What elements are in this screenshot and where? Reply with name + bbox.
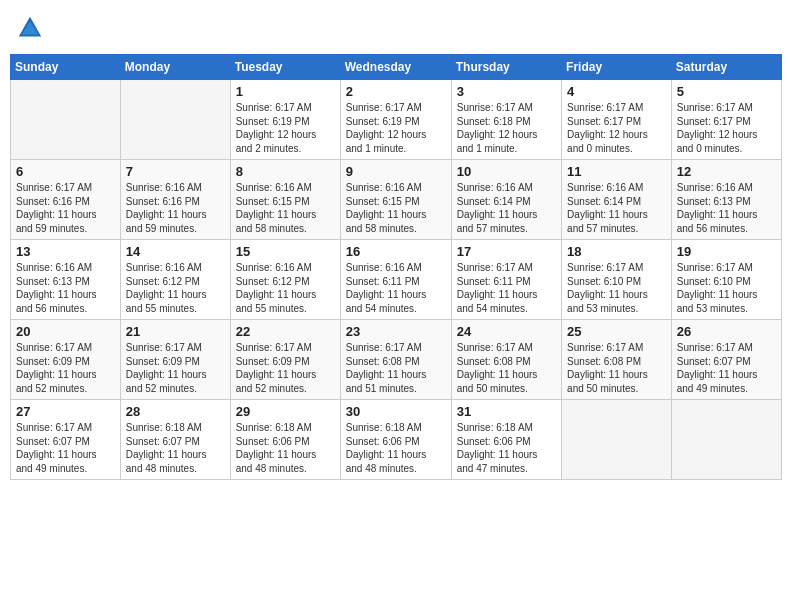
calendar-cell: 22Sunrise: 6:17 AM Sunset: 6:09 PM Dayli… xyxy=(230,320,340,400)
day-info: Sunrise: 6:17 AM Sunset: 6:08 PM Dayligh… xyxy=(567,341,666,395)
day-info: Sunrise: 6:16 AM Sunset: 6:12 PM Dayligh… xyxy=(236,261,335,315)
calendar-cell xyxy=(671,400,781,480)
day-number: 10 xyxy=(457,164,556,179)
day-number: 5 xyxy=(677,84,776,99)
day-info: Sunrise: 6:17 AM Sunset: 6:17 PM Dayligh… xyxy=(677,101,776,155)
day-info: Sunrise: 6:17 AM Sunset: 6:08 PM Dayligh… xyxy=(346,341,446,395)
calendar-cell: 19Sunrise: 6:17 AM Sunset: 6:10 PM Dayli… xyxy=(671,240,781,320)
calendar-cell: 13Sunrise: 6:16 AM Sunset: 6:13 PM Dayli… xyxy=(11,240,121,320)
day-number: 25 xyxy=(567,324,666,339)
day-number: 26 xyxy=(677,324,776,339)
weekday-header-thursday: Thursday xyxy=(451,55,561,80)
weekday-header-monday: Monday xyxy=(120,55,230,80)
day-number: 16 xyxy=(346,244,446,259)
day-number: 30 xyxy=(346,404,446,419)
day-info: Sunrise: 6:17 AM Sunset: 6:19 PM Dayligh… xyxy=(236,101,335,155)
day-info: Sunrise: 6:17 AM Sunset: 6:18 PM Dayligh… xyxy=(457,101,556,155)
calendar-table: SundayMondayTuesdayWednesdayThursdayFrid… xyxy=(10,54,782,480)
day-number: 27 xyxy=(16,404,115,419)
day-info: Sunrise: 6:17 AM Sunset: 6:09 PM Dayligh… xyxy=(16,341,115,395)
day-number: 8 xyxy=(236,164,335,179)
calendar-cell: 10Sunrise: 6:16 AM Sunset: 6:14 PM Dayli… xyxy=(451,160,561,240)
calendar-cell: 31Sunrise: 6:18 AM Sunset: 6:06 PM Dayli… xyxy=(451,400,561,480)
calendar-cell: 8Sunrise: 6:16 AM Sunset: 6:15 PM Daylig… xyxy=(230,160,340,240)
day-number: 15 xyxy=(236,244,335,259)
calendar-cell: 23Sunrise: 6:17 AM Sunset: 6:08 PM Dayli… xyxy=(340,320,451,400)
calendar-cell: 3Sunrise: 6:17 AM Sunset: 6:18 PM Daylig… xyxy=(451,80,561,160)
calendar-cell: 5Sunrise: 6:17 AM Sunset: 6:17 PM Daylig… xyxy=(671,80,781,160)
day-number: 7 xyxy=(126,164,225,179)
calendar-cell: 29Sunrise: 6:18 AM Sunset: 6:06 PM Dayli… xyxy=(230,400,340,480)
day-number: 14 xyxy=(126,244,225,259)
calendar-cell: 6Sunrise: 6:17 AM Sunset: 6:16 PM Daylig… xyxy=(11,160,121,240)
logo xyxy=(16,14,48,42)
calendar-cell: 9Sunrise: 6:16 AM Sunset: 6:15 PM Daylig… xyxy=(340,160,451,240)
day-info: Sunrise: 6:16 AM Sunset: 6:12 PM Dayligh… xyxy=(126,261,225,315)
day-info: Sunrise: 6:16 AM Sunset: 6:14 PM Dayligh… xyxy=(457,181,556,235)
weekday-header-sunday: Sunday xyxy=(11,55,121,80)
day-number: 4 xyxy=(567,84,666,99)
day-info: Sunrise: 6:16 AM Sunset: 6:15 PM Dayligh… xyxy=(346,181,446,235)
calendar-cell: 25Sunrise: 6:17 AM Sunset: 6:08 PM Dayli… xyxy=(562,320,672,400)
weekday-header-wednesday: Wednesday xyxy=(340,55,451,80)
day-number: 18 xyxy=(567,244,666,259)
weekday-row: SundayMondayTuesdayWednesdayThursdayFrid… xyxy=(11,55,782,80)
calendar-cell: 12Sunrise: 6:16 AM Sunset: 6:13 PM Dayli… xyxy=(671,160,781,240)
day-info: Sunrise: 6:17 AM Sunset: 6:10 PM Dayligh… xyxy=(567,261,666,315)
page-header xyxy=(10,10,782,46)
day-info: Sunrise: 6:18 AM Sunset: 6:06 PM Dayligh… xyxy=(236,421,335,475)
weekday-header-tuesday: Tuesday xyxy=(230,55,340,80)
day-info: Sunrise: 6:17 AM Sunset: 6:07 PM Dayligh… xyxy=(677,341,776,395)
day-number: 31 xyxy=(457,404,556,419)
calendar-cell: 24Sunrise: 6:17 AM Sunset: 6:08 PM Dayli… xyxy=(451,320,561,400)
day-info: Sunrise: 6:17 AM Sunset: 6:10 PM Dayligh… xyxy=(677,261,776,315)
day-info: Sunrise: 6:16 AM Sunset: 6:13 PM Dayligh… xyxy=(677,181,776,235)
day-number: 29 xyxy=(236,404,335,419)
weekday-header-friday: Friday xyxy=(562,55,672,80)
calendar-cell xyxy=(120,80,230,160)
calendar-body: 1Sunrise: 6:17 AM Sunset: 6:19 PM Daylig… xyxy=(11,80,782,480)
calendar-cell: 11Sunrise: 6:16 AM Sunset: 6:14 PM Dayli… xyxy=(562,160,672,240)
logo-icon xyxy=(16,14,44,42)
day-info: Sunrise: 6:18 AM Sunset: 6:06 PM Dayligh… xyxy=(457,421,556,475)
calendar-cell: 16Sunrise: 6:16 AM Sunset: 6:11 PM Dayli… xyxy=(340,240,451,320)
calendar-header: SundayMondayTuesdayWednesdayThursdayFrid… xyxy=(11,55,782,80)
day-number: 2 xyxy=(346,84,446,99)
day-info: Sunrise: 6:17 AM Sunset: 6:08 PM Dayligh… xyxy=(457,341,556,395)
day-info: Sunrise: 6:17 AM Sunset: 6:17 PM Dayligh… xyxy=(567,101,666,155)
day-number: 3 xyxy=(457,84,556,99)
day-info: Sunrise: 6:16 AM Sunset: 6:13 PM Dayligh… xyxy=(16,261,115,315)
day-number: 9 xyxy=(346,164,446,179)
calendar-cell: 20Sunrise: 6:17 AM Sunset: 6:09 PM Dayli… xyxy=(11,320,121,400)
calendar-cell: 1Sunrise: 6:17 AM Sunset: 6:19 PM Daylig… xyxy=(230,80,340,160)
week-row-1: 1Sunrise: 6:17 AM Sunset: 6:19 PM Daylig… xyxy=(11,80,782,160)
day-number: 6 xyxy=(16,164,115,179)
day-number: 11 xyxy=(567,164,666,179)
calendar-cell: 28Sunrise: 6:18 AM Sunset: 6:07 PM Dayli… xyxy=(120,400,230,480)
weekday-header-saturday: Saturday xyxy=(671,55,781,80)
calendar-cell: 4Sunrise: 6:17 AM Sunset: 6:17 PM Daylig… xyxy=(562,80,672,160)
calendar-cell: 15Sunrise: 6:16 AM Sunset: 6:12 PM Dayli… xyxy=(230,240,340,320)
day-number: 13 xyxy=(16,244,115,259)
calendar-cell: 18Sunrise: 6:17 AM Sunset: 6:10 PM Dayli… xyxy=(562,240,672,320)
day-number: 22 xyxy=(236,324,335,339)
day-number: 17 xyxy=(457,244,556,259)
day-number: 28 xyxy=(126,404,225,419)
day-number: 23 xyxy=(346,324,446,339)
day-number: 1 xyxy=(236,84,335,99)
day-info: Sunrise: 6:16 AM Sunset: 6:11 PM Dayligh… xyxy=(346,261,446,315)
day-number: 20 xyxy=(16,324,115,339)
calendar-cell: 14Sunrise: 6:16 AM Sunset: 6:12 PM Dayli… xyxy=(120,240,230,320)
calendar-cell xyxy=(562,400,672,480)
day-info: Sunrise: 6:16 AM Sunset: 6:14 PM Dayligh… xyxy=(567,181,666,235)
day-info: Sunrise: 6:17 AM Sunset: 6:09 PM Dayligh… xyxy=(236,341,335,395)
week-row-5: 27Sunrise: 6:17 AM Sunset: 6:07 PM Dayli… xyxy=(11,400,782,480)
calendar-cell: 17Sunrise: 6:17 AM Sunset: 6:11 PM Dayli… xyxy=(451,240,561,320)
day-info: Sunrise: 6:16 AM Sunset: 6:15 PM Dayligh… xyxy=(236,181,335,235)
calendar-cell: 30Sunrise: 6:18 AM Sunset: 6:06 PM Dayli… xyxy=(340,400,451,480)
day-number: 24 xyxy=(457,324,556,339)
week-row-2: 6Sunrise: 6:17 AM Sunset: 6:16 PM Daylig… xyxy=(11,160,782,240)
calendar-cell: 2Sunrise: 6:17 AM Sunset: 6:19 PM Daylig… xyxy=(340,80,451,160)
day-info: Sunrise: 6:17 AM Sunset: 6:11 PM Dayligh… xyxy=(457,261,556,315)
day-info: Sunrise: 6:18 AM Sunset: 6:07 PM Dayligh… xyxy=(126,421,225,475)
